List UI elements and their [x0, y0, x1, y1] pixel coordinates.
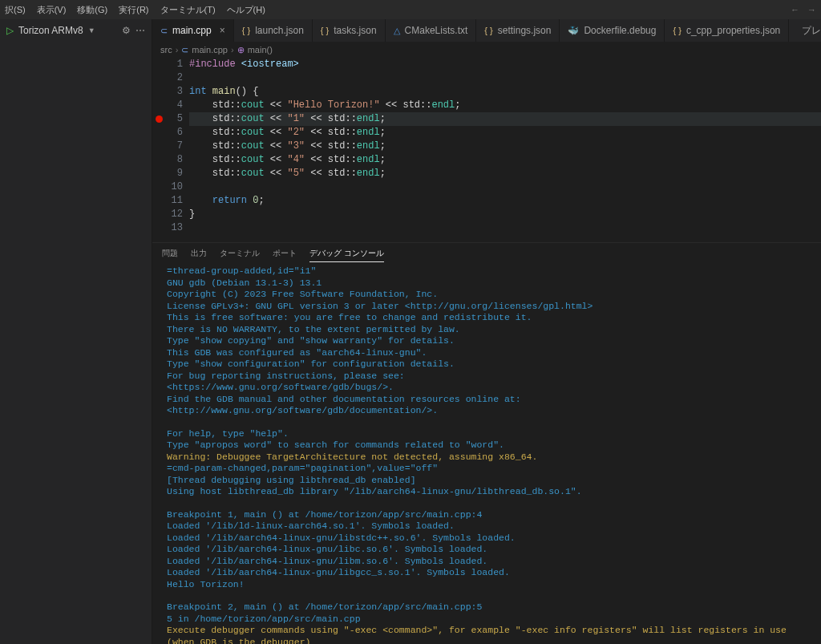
tab-label: CMakeLists.txt — [405, 25, 468, 36]
json-file-icon: { } — [673, 26, 681, 35]
code-line[interactable]: std::cout << "2" << std::endl; — [189, 126, 821, 140]
close-icon[interactable]: × — [220, 25, 225, 36]
debug-target-selector[interactable]: ▷ Torizon ARMv8 ▼ ⚙ ⋯ — [0, 19, 152, 42]
tab-label: Dockerfile.debug — [584, 25, 656, 36]
console-line: Execute debugger commands using "-exec <… — [167, 625, 813, 644]
breadcrumb[interactable]: src › ⊂ main.cpp › ⊕ main() — [152, 42, 821, 58]
line-number: 13 — [165, 221, 183, 235]
menu-go[interactable]: 移動(G) — [77, 4, 107, 16]
editor-tab-tasks-json[interactable]: { }tasks.json — [313, 19, 386, 42]
line-number: 4 — [165, 99, 183, 112]
breadcrumb-part[interactable]: src — [160, 45, 172, 55]
panel-tab-0[interactable]: 問題 — [162, 245, 178, 261]
code-line[interactable] — [189, 71, 821, 85]
tab-label: settings.json — [498, 25, 552, 36]
code-line[interactable]: std::cout << "Hello Torizon!" << std::en… — [189, 99, 821, 112]
menu-view[interactable]: 表示(V) — [37, 4, 67, 16]
console-line: Breakpoint 1, main () at /home/torizon/a… — [167, 509, 813, 521]
code-lines[interactable]: #include <iostream>int main() { std::cou… — [189, 58, 821, 242]
console-line: Loaded '/lib/ld-linux-aarch64.so.1'. Sym… — [167, 520, 813, 533]
line-number: 8 — [165, 153, 183, 167]
chevron-down-icon: ▼ — [88, 26, 95, 34]
tab-label: c_cpp_properties.json — [686, 25, 780, 36]
panel-tab-2[interactable]: ターミナル — [220, 245, 260, 261]
docker-file-icon: 🐳 — [568, 26, 579, 36]
editor-tab-settings-json[interactable]: { }settings.json — [476, 19, 560, 42]
console-line: Warning: Debuggee TargetArchitecture not… — [167, 452, 813, 464]
breakpoint-icon[interactable] — [156, 115, 163, 123]
gear-icon[interactable]: ⚙ — [122, 25, 131, 36]
tab-label: tasks.json — [334, 25, 376, 36]
console-line: Loaded '/lib/aarch64-linux-gnu/libc.so.6… — [167, 544, 813, 556]
line-number: 12 — [165, 208, 183, 221]
line-number: 11 — [165, 194, 183, 208]
line-number: 9 — [165, 167, 183, 180]
code-line[interactable]: std::cout << "4" << std::endl; — [189, 153, 821, 167]
code-editor[interactable]: 12345678910111213 #include <iostream>int… — [152, 58, 821, 242]
code-line[interactable]: } — [189, 208, 821, 221]
json-file-icon: { } — [321, 26, 329, 35]
console-line: <https://www.gnu.org/software/gdb/bugs/>… — [167, 382, 813, 394]
code-line[interactable] — [189, 180, 821, 194]
menu-help[interactable]: ヘルプ(H) — [227, 4, 265, 16]
tab-label: プレビュー README.md — [802, 24, 821, 38]
console-line: Breakpoint 2, main () at /home/torizon/a… — [167, 601, 813, 614]
editor-tab-cmakelists-txt[interactable]: △CMakeLists.txt — [386, 19, 477, 42]
debug-console-output[interactable]: =thread-group-added,id="i1"GNU gdb (Debi… — [152, 264, 821, 644]
menu-terminal[interactable]: ターミナル(T) — [160, 4, 216, 16]
code-line[interactable]: std::cout << "1" << std::endl; — [189, 112, 821, 126]
code-line[interactable]: std::cout << "5" << std::endl; — [189, 167, 821, 180]
breadcrumb-part[interactable]: main() — [248, 45, 273, 55]
menu-select[interactable]: 択(S) — [5, 4, 26, 16]
code-line[interactable]: #include <iostream> — [189, 58, 821, 71]
panel-tab-1[interactable]: 出力 — [191, 245, 207, 261]
cmake-file-icon: △ — [394, 26, 400, 36]
editor-tab-launch-json[interactable]: { }launch.json — [234, 19, 313, 42]
panel-tab-4[interactable]: デバッグ コンソール — [309, 245, 384, 262]
console-line: Hello Torizon! — [167, 579, 813, 591]
play-icon: ▷ — [6, 25, 14, 36]
console-line: =cmd-param-changed,param="pagination",va… — [167, 463, 813, 475]
nav-forward-icon[interactable]: → — [807, 5, 816, 14]
line-number: 10 — [165, 180, 183, 194]
console-line: Copyright (C) 2023 Free Software Foundat… — [167, 289, 813, 301]
breadcrumb-part[interactable]: main.cpp — [192, 45, 228, 55]
breadcrumb-sep-icon: › — [176, 45, 179, 55]
panel-tabs: 問題出力ターミナルポートデバッグ コンソール — [152, 243, 821, 264]
console-line: Loaded '/lib/aarch64-linux-gnu/libgcc_s.… — [167, 567, 813, 579]
console-line: Type "show copying" and "show warranty" … — [167, 335, 813, 347]
console-line: For bug reporting instructions, please s… — [167, 371, 813, 383]
nav-back-icon[interactable]: ← — [791, 5, 799, 14]
menubar: 択(S) 表示(V) 移動(G) 実行(R) ターミナル(T) ヘルプ(H) ←… — [0, 0, 821, 19]
line-number: 7 — [165, 140, 183, 153]
tab-label: launch.json — [255, 25, 304, 36]
code-line[interactable]: int main() { — [189, 85, 821, 99]
topbar: ▷ Torizon ARMv8 ▼ ⚙ ⋯ ⊂main.cpp×{ }launc… — [0, 19, 821, 42]
editor-pane: src › ⊂ main.cpp › ⊕ main() 123456789101… — [152, 42, 821, 644]
menu-run[interactable]: 実行(R) — [119, 4, 148, 16]
debug-sidebar — [0, 42, 152, 644]
console-line: <http://www.gnu.org/software/gdb/documen… — [167, 405, 813, 417]
code-line[interactable] — [189, 221, 821, 235]
more-icon[interactable]: ⋯ — [135, 25, 145, 36]
panel-tab-3[interactable]: ポート — [273, 245, 297, 261]
editor-tab--readme-md[interactable]: プレビュー README.md — [789, 19, 821, 42]
function-icon: ⊕ — [237, 45, 245, 55]
cpp-file-icon: ⊂ — [181, 45, 188, 55]
console-line: This GDB was configured as "aarch64-linu… — [167, 347, 813, 359]
main-area: src › ⊂ main.cpp › ⊕ main() 123456789101… — [0, 42, 821, 644]
editor-tab-dockerfile-debug[interactable]: 🐳Dockerfile.debug — [560, 19, 665, 42]
breakpoint-gutter[interactable] — [152, 58, 165, 242]
console-line: There is NO WARRANTY, to the extent perm… — [167, 324, 813, 336]
line-number: 5 — [165, 112, 183, 126]
editor-tabs: ⊂main.cpp×{ }launch.json{ }tasks.json△CM… — [152, 19, 821, 42]
editor-tab-c-cpp-properties-json[interactable]: { }c_cpp_properties.json — [665, 19, 789, 42]
console-line: Type "show configuration" for configurat… — [167, 358, 813, 371]
json-file-icon: { } — [484, 26, 492, 35]
bottom-panel: 問題出力ターミナルポートデバッグ コンソール =thread-group-add… — [152, 242, 821, 644]
console-line: [Thread debugging using libthread_db ena… — [167, 475, 813, 487]
editor-tab-main-cpp[interactable]: ⊂main.cpp× — [152, 19, 234, 42]
code-line[interactable]: return 0; — [189, 194, 821, 208]
console-line: This is free software: you are free to c… — [167, 312, 813, 324]
code-line[interactable]: std::cout << "3" << std::endl; — [189, 140, 821, 153]
